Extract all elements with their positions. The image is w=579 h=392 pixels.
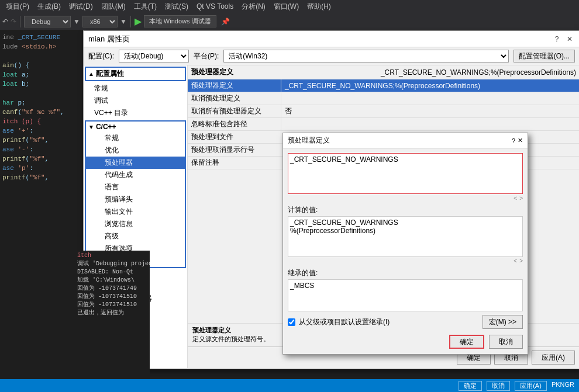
platform-dropdown[interactable]: x86: [82, 16, 118, 27]
status-cancel-button[interactable]: 取消: [487, 381, 510, 391]
tree-item-cpp-lang[interactable]: 语言: [86, 181, 185, 193]
status-ok-button[interactable]: 确定: [459, 381, 482, 391]
computed-value-2: %(PreprocessorDefinitions): [290, 227, 521, 235]
tree-root-label: 配置属性: [96, 69, 124, 79]
config-dropdown[interactable]: Debug: [24, 16, 71, 27]
tree-item-cpp-browse-label: 浏览信息: [88, 219, 133, 229]
props-row-undefine-all[interactable]: 取消所有预处理器定义 否: [188, 105, 579, 118]
menu-item-build[interactable]: 生成(B): [34, 1, 64, 13]
dialog-container: mian 属性页 ? ✕ 配置(C): 活动(Debug) 平台(P): 活动(…: [75, 30, 579, 392]
props-key-ignore-paths: 忽略标准包含路径: [188, 118, 281, 130]
code-line-15: ase 'p':: [2, 164, 73, 173]
menu-item-debug[interactable]: 调试(D): [66, 1, 96, 13]
tree-expand-root: ▲: [88, 71, 94, 77]
props-row-ignore-paths[interactable]: 忽略标准包含路径: [188, 118, 579, 131]
props-header-value: _CRT_SECURE_NO_WARNINGS;%(PreprocessorDe…: [381, 68, 576, 77]
output-line-7: 回值为 -1073741510: [77, 301, 147, 309]
props-key-keep-comments: 保留注释: [188, 157, 281, 169]
code-line-6: loat b;: [2, 79, 73, 89]
preprocessor-input[interactable]: [288, 153, 523, 194]
code-line-1: ine _CRT_SECURE: [2, 33, 73, 42]
inherited-value-1: _MBCS: [290, 282, 521, 290]
props-value-ignore-paths: [281, 123, 579, 126]
config-select[interactable]: 活动(Debug): [119, 50, 189, 63]
code-line-10: itch (p) {: [2, 117, 73, 126]
status-right: 确定 取消 应用(A) PKNGR: [459, 381, 574, 391]
tree-item-general[interactable]: 常规: [84, 82, 187, 95]
properties-apply-button[interactable]: 应用(A): [532, 351, 575, 365]
tree-item-general-label: 常规: [86, 84, 108, 93]
output-line-3: DISABLED: Non-Qt: [77, 268, 147, 276]
inherit-checkbox[interactable]: [288, 318, 295, 326]
tree-item-cpp-general-label: 常规: [88, 133, 119, 143]
inherit-checkbox-row: 从父级或项目默认设置继承(I) 宏(M) >>: [288, 315, 523, 329]
status-apply-button[interactable]: 应用(A): [515, 381, 547, 391]
debugger-button[interactable]: 本地 Windows 调试器: [144, 15, 216, 27]
tree-item-cpp-pch-label: 预编译头: [88, 195, 133, 204]
menu-item-project[interactable]: 项目(P): [2, 1, 33, 13]
code-line-12: printf("%f",: [2, 136, 73, 145]
tree-item-cpp-output-label: 输出文件: [88, 207, 133, 217]
tree-item-vc-dirs-label: VC++ 目录: [86, 108, 128, 118]
tree-item-cpp-preprocessor[interactable]: 预处理器: [86, 157, 185, 169]
tree-item-cpp-codegen[interactable]: 代码生成: [86, 169, 185, 181]
tree-item-cpp-browse[interactable]: 浏览信息: [86, 218, 185, 230]
output-line-2: 调试 'Debugging projec: [77, 260, 147, 268]
tree-item-cpp-general[interactable]: 常规: [86, 132, 185, 144]
inner-dialog-controls: ? ✕: [512, 137, 523, 144]
properties-titlebar: mian 属性页 ? ✕: [84, 31, 579, 47]
tree-root[interactable]: ▲ 配置属性: [85, 67, 186, 81]
properties-close-button[interactable]: ✕: [564, 34, 575, 44]
inherit-checkbox-label: 从父级或项目默认设置继承(I): [299, 317, 390, 327]
props-value-undefine-all: 否: [281, 105, 579, 117]
scroll-hint3: <>: [288, 258, 523, 264]
platform-select[interactable]: 活动(Win32): [223, 50, 508, 63]
menu-item-qtvstools[interactable]: Qt VS Tools: [193, 1, 237, 12]
menu-item-help[interactable]: 帮助(H): [304, 1, 335, 13]
tree-item-cpp-pch[interactable]: 预编译头: [86, 193, 185, 206]
undo-icon[interactable]: ↶: [2, 18, 8, 26]
tree-item-cpp-advanced[interactable]: 高级: [86, 230, 185, 242]
inherited-values-box: _MBCS: [288, 279, 523, 311]
properties-dialog-title: mian 属性页: [88, 34, 130, 44]
tree-item-cpp-optimize[interactable]: 优化: [86, 144, 185, 157]
menu-item-window[interactable]: 窗口(W): [270, 1, 302, 13]
code-line-5: loat a;: [2, 70, 73, 79]
inner-dialog-footer: 确定 取消: [288, 335, 523, 349]
output-line-1: itch: [77, 252, 147, 260]
inner-cancel-button[interactable]: 取消: [489, 335, 523, 349]
code-line-13: ase '-':: [2, 145, 73, 154]
tree-item-cpp-codegen-label: 代码生成: [88, 170, 133, 180]
code-line-14: printf("%f",: [2, 154, 73, 164]
inner-help-button[interactable]: ?: [512, 137, 515, 144]
tree-expand-cpp: ▼: [88, 124, 94, 130]
props-key-preprocessor: 预处理器定义: [188, 79, 281, 92]
properties-help-button[interactable]: ?: [552, 34, 562, 44]
computed-value-1: _CRT_SECURE_NO_WARNINGS: [290, 218, 521, 227]
inner-ok-button[interactable]: 确定: [449, 335, 484, 349]
code-line-3: [2, 51, 73, 61]
props-row-preprocessor[interactable]: 预处理器定义 _CRT_SECURE_NO_WARNINGS;%(Preproc…: [188, 79, 579, 92]
tree-item-cpp[interactable]: ▼ C/C++: [86, 122, 185, 132]
tree-item-debug[interactable]: 调试: [84, 95, 187, 107]
tree-item-cpp-output[interactable]: 输出文件: [86, 206, 185, 218]
computed-label: 计算的值:: [288, 205, 523, 215]
menu-item-team[interactable]: 团队(M): [98, 1, 129, 13]
code-line-2: lude <stdio.h>: [2, 42, 73, 51]
scroll-hint2: >: [519, 195, 523, 202]
tree-item-cpp-preprocessor-label: 预处理器: [88, 158, 133, 168]
menu-item-tools[interactable]: 工具(T): [130, 1, 160, 13]
config-mgr-button[interactable]: 配置管理器(O)...: [513, 50, 575, 63]
macro-button[interactable]: 宏(M) >>: [482, 315, 523, 329]
menu-item-test[interactable]: 测试(S): [161, 1, 192, 13]
tree-item-vc-dirs[interactable]: VC++ 目录: [84, 107, 187, 119]
code-line-16: printf("%f",: [2, 173, 73, 182]
code-line-11: ase '+':: [2, 126, 73, 136]
redo-icon[interactable]: ↷: [11, 18, 16, 26]
props-row-undefine[interactable]: 取消预处理定义: [188, 92, 579, 105]
pin-icon[interactable]: 📌: [221, 18, 230, 26]
run-button[interactable]: ▶: [135, 16, 142, 27]
menu-item-analyze[interactable]: 分析(N): [238, 1, 269, 13]
main-area: ine _CRT_SECURE lude <stdio.h> ain() { l…: [0, 30, 579, 392]
inner-close-button[interactable]: ✕: [518, 137, 523, 144]
